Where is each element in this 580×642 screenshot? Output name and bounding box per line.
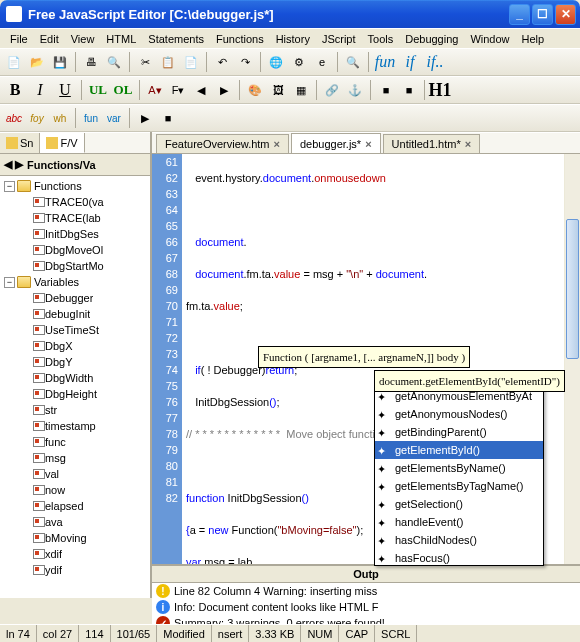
tree-item[interactable]: debugInit	[45, 308, 90, 320]
tree-item[interactable]: val	[45, 468, 59, 480]
cut-icon[interactable]: ✂	[135, 52, 155, 72]
table-icon[interactable]: ▦	[291, 80, 311, 100]
undo-icon[interactable]: ↶	[212, 52, 232, 72]
dbg2-icon[interactable]: ■	[158, 108, 178, 128]
editor-tab[interactable]: FeatureOverview.htm×	[156, 134, 289, 153]
autocomplete-item[interactable]: ✦hasChildNodes()	[375, 531, 543, 549]
editor-tab[interactable]: Untitled1.htm*×	[383, 134, 481, 153]
tag-a-icon[interactable]: A▾	[145, 80, 165, 100]
menu-functions[interactable]: Functions	[210, 31, 270, 47]
autocomplete-item[interactable]: ✦getBindingParent()	[375, 423, 543, 441]
globe-icon[interactable]: 🌐	[266, 52, 286, 72]
menu-debugging[interactable]: Debugging	[399, 31, 464, 47]
menu-help[interactable]: Help	[516, 31, 551, 47]
tree-expander[interactable]: −	[4, 277, 15, 288]
autocomplete-item[interactable]: ✦getSelection()	[375, 495, 543, 513]
autocomplete-item[interactable]: ✦hasFocus()	[375, 549, 543, 566]
menu-statements[interactable]: Statements	[142, 31, 210, 47]
autocomplete-item[interactable]: ✦getElementById()	[375, 441, 543, 459]
output-line[interactable]: !Line 82 Column 4 Warning: inserting mis…	[152, 583, 580, 599]
for-icon[interactable]: foy	[27, 108, 47, 128]
bold-button[interactable]: B	[4, 80, 26, 100]
color-icon[interactable]: 🎨	[245, 80, 265, 100]
new-icon[interactable]: 📄	[4, 52, 24, 72]
autocomplete-popup[interactable]: ✦getAnonymousElementByAt✦getAnonymousNod…	[374, 386, 544, 566]
tree-folder-label[interactable]: Functions	[34, 180, 82, 192]
tool3-icon[interactable]: ■	[399, 80, 419, 100]
scrollbar-vertical[interactable]	[564, 154, 580, 598]
tree-item[interactable]: elapsed	[45, 500, 84, 512]
dbg1-icon[interactable]: ▶	[135, 108, 155, 128]
tree-item[interactable]: DbgHeight	[45, 388, 97, 400]
tool-icon[interactable]: ⚙	[289, 52, 309, 72]
tree-expander[interactable]: −	[4, 181, 15, 192]
anchor-icon[interactable]: ⚓	[345, 80, 365, 100]
tree-item[interactable]: func	[45, 436, 66, 448]
menu-view[interactable]: View	[65, 31, 101, 47]
heading-icon[interactable]: H1	[430, 80, 450, 100]
paste-icon[interactable]: 📄	[181, 52, 201, 72]
tree-view[interactable]: −FunctionsTRACE0(vaTRACE(labInitDbgSesDb…	[0, 176, 150, 598]
underline-button[interactable]: U	[54, 80, 76, 100]
print-icon[interactable]: 🖶	[81, 52, 101, 72]
scrollbar-thumb[interactable]	[566, 219, 579, 359]
tree-item[interactable]: DbgX	[45, 340, 73, 352]
side-tab-Sn[interactable]: Sn	[0, 133, 40, 153]
autocomplete-item[interactable]: ✦getElementsByTagName()	[375, 477, 543, 495]
tree-folder-label[interactable]: Variables	[34, 276, 79, 288]
tool2-icon[interactable]: ■	[376, 80, 396, 100]
tree-item[interactable]: DbgWidth	[45, 372, 93, 384]
tree-item[interactable]: bMoving	[45, 532, 87, 544]
indent-left-icon[interactable]: ◀	[191, 80, 211, 100]
menu-edit[interactable]: Edit	[34, 31, 65, 47]
code-text[interactable]: event.hystory.document.onmousedown docum…	[182, 154, 580, 598]
fun2-icon[interactable]: fun	[81, 108, 101, 128]
tree-item[interactable]: TRACE(lab	[45, 212, 101, 224]
autocomplete-item[interactable]: ✦getElementsByName()	[375, 459, 543, 477]
tree-item[interactable]: str	[45, 404, 57, 416]
copy-icon[interactable]: 📋	[158, 52, 178, 72]
editor-tab[interactable]: debugger.js*×	[291, 133, 381, 153]
tree-item[interactable]: now	[45, 484, 65, 496]
tab-close-icon[interactable]: ×	[465, 138, 471, 150]
whi-icon[interactable]: wh	[50, 108, 70, 128]
tree-item[interactable]: UseTimeSt	[45, 324, 99, 336]
tree-item[interactable]: DbgY	[45, 356, 73, 368]
output-line[interactable]: iInfo: Document content looks like HTML …	[152, 599, 580, 615]
autocomplete-item[interactable]: ✦handleEvent()	[375, 513, 543, 531]
menu-window[interactable]: Window	[464, 31, 515, 47]
menu-file[interactable]: File	[4, 31, 34, 47]
tag-f-icon[interactable]: F▾	[168, 80, 188, 100]
tree-item[interactable]: DbgStartMo	[45, 260, 104, 272]
tree-item[interactable]: InitDbgSes	[45, 228, 99, 240]
menu-tools[interactable]: Tools	[362, 31, 400, 47]
code-area[interactable]: 6162636465666768697071727374757677787980…	[152, 154, 580, 598]
tree-item[interactable]: DbgMoveOl	[45, 244, 103, 256]
link-icon[interactable]: 🔗	[322, 80, 342, 100]
side-tab-F/V[interactable]: F/V	[40, 133, 84, 153]
fun-label[interactable]: fun	[374, 52, 396, 72]
tree-item[interactable]: TRACE0(va	[45, 196, 104, 208]
tree-item[interactable]: ydif	[45, 564, 62, 576]
browser-icon[interactable]: e	[312, 52, 332, 72]
tab-close-icon[interactable]: ×	[274, 138, 280, 150]
menu-html[interactable]: HTML	[100, 31, 142, 47]
tree-item[interactable]: Debugger	[45, 292, 93, 304]
if-label[interactable]: if	[399, 52, 421, 72]
close-button[interactable]: ✕	[555, 4, 576, 25]
ol-button[interactable]: OL	[112, 80, 134, 100]
save-icon[interactable]: 💾	[50, 52, 70, 72]
open-icon[interactable]: 📂	[27, 52, 47, 72]
redo-icon[interactable]: ↷	[235, 52, 255, 72]
italic-button[interactable]: I	[29, 80, 51, 100]
indent-right-icon[interactable]: ▶	[214, 80, 234, 100]
tree-item[interactable]: timestamp	[45, 420, 96, 432]
tree-item[interactable]: msg	[45, 452, 66, 464]
abc-icon[interactable]: abc	[4, 108, 24, 128]
tree-item[interactable]: xdif	[45, 548, 62, 560]
preview-icon[interactable]: 🔍	[104, 52, 124, 72]
menu-jscript[interactable]: JScript	[316, 31, 362, 47]
ul-button[interactable]: UL	[87, 80, 109, 100]
menu-history[interactable]: History	[270, 31, 316, 47]
if2-label[interactable]: if..	[424, 52, 446, 72]
